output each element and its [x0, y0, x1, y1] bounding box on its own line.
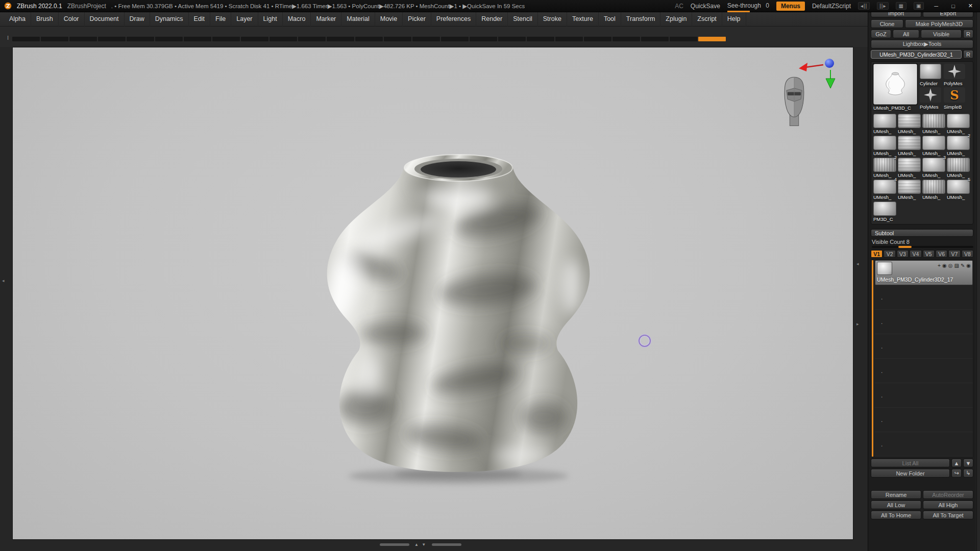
menus-toggle-button[interactable]: Menus	[776, 2, 805, 11]
tab-segment[interactable]	[527, 37, 554, 41]
default-zscript-button[interactable]: DefaultZScript	[812, 3, 851, 10]
visible-count-track[interactable]	[872, 246, 973, 248]
menu-item-movie[interactable]: Movie	[375, 12, 403, 27]
uv-shade-icon[interactable]: ▨	[954, 263, 959, 269]
tool-thumbnail[interactable]: UMesh_	[898, 180, 921, 200]
camera-head-widget[interactable]	[781, 76, 807, 129]
scrollbar-left-handle[interactable]	[380, 543, 409, 546]
menu-item-preferences[interactable]: Preferences	[431, 12, 476, 27]
tab-segment[interactable]	[355, 37, 383, 41]
menu-item-alpha[interactable]: Alpha	[4, 12, 31, 27]
tab-segment[interactable]	[98, 37, 126, 41]
tool-thumbnail[interactable]: 3UMesh_	[922, 158, 945, 178]
current-tool-name[interactable]: UMesh_PM3D_Cylinder3D2_1	[871, 50, 962, 59]
menu-item-help[interactable]: Help	[722, 12, 746, 27]
tab-segment[interactable]	[41, 37, 68, 41]
transform-icon[interactable]: +	[938, 263, 941, 269]
subtool-item-selected[interactable]: +◉◎▨✎◉ UMesh_PM3D_Cylinder3D2_17	[875, 260, 973, 285]
menu-item-render[interactable]: Render	[476, 12, 508, 27]
canvas-scroll-right-upper-icon[interactable]: ◂	[856, 261, 859, 266]
tab-segment[interactable]	[498, 37, 526, 41]
autoreorder-button[interactable]: AutoReorder	[923, 490, 973, 499]
tool-thumbnail[interactable]: UMesh_	[922, 180, 945, 200]
tool-thumbnail[interactable]: UMesh_	[922, 114, 945, 134]
subtool-empty-slot[interactable]: .	[875, 383, 973, 408]
current-tool-r-button[interactable]: R	[963, 50, 973, 59]
tool-thumbnail[interactable]: UMesh_	[898, 136, 921, 156]
tab-segment[interactable]	[327, 37, 354, 41]
list-all-button[interactable]: List All	[871, 459, 950, 467]
panel-scrollbar[interactable]	[976, 12, 980, 551]
all-to-target-button[interactable]: All To Target	[923, 511, 973, 519]
menu-item-layer[interactable]: Layer	[231, 12, 258, 27]
tool-thumbnail[interactable]: UMesh_	[898, 114, 921, 134]
screen-grid-icon[interactable]: ▦	[896, 2, 906, 10]
subtool-empty-slot[interactable]: .	[875, 432, 973, 457]
timeline-back-icon[interactable]: ◂||	[858, 2, 870, 10]
subtool-tab-v8[interactable]: V8	[962, 250, 973, 258]
scrollbar-right-handle[interactable]	[432, 543, 461, 546]
tool-thumbnail[interactable]: 4UMesh_	[873, 180, 896, 200]
menu-item-stroke[interactable]: Stroke	[538, 12, 567, 27]
subtool-tab-v1[interactable]: V1	[871, 250, 883, 258]
goz-button[interactable]: GoZ	[871, 30, 891, 38]
canvas-scroll-left-icon[interactable]: ◂	[2, 278, 5, 283]
tool-thumbnail-star[interactable]	[920, 87, 941, 103]
tab-segment[interactable]	[441, 37, 469, 41]
tab-segment[interactable]	[612, 37, 640, 41]
rename-button[interactable]: Rename	[871, 490, 921, 499]
canvas-3d-viewport[interactable]	[12, 47, 853, 540]
tool-thumbnail[interactable]: 2UMesh_	[873, 158, 896, 178]
menu-item-edit[interactable]: Edit	[189, 12, 211, 27]
menu-item-transform[interactable]: Transform	[621, 12, 661, 27]
subtool-empty-slot[interactable]: .	[875, 310, 973, 334]
tool-thumbnail[interactable]: UMesh_	[947, 114, 970, 134]
subtool-move-up-button[interactable]: ▲	[951, 459, 962, 467]
menu-item-picker[interactable]: Picker	[403, 12, 431, 27]
tab-segment[interactable]	[470, 37, 497, 41]
tool-thumbnail[interactable]: 5UMesh_	[947, 180, 970, 200]
visibility-eye-icon[interactable]: ◎	[948, 263, 953, 269]
all-to-home-button[interactable]: All To Home	[871, 511, 921, 519]
new-folder-button[interactable]: New Folder	[871, 469, 950, 478]
see-through-slider[interactable]: See-through 0	[727, 2, 769, 10]
import-button[interactable]: Import	[871, 12, 921, 17]
y-axis-cone[interactable]	[826, 79, 835, 88]
folder-action-icon[interactable]: ↪	[951, 469, 962, 478]
tab-segment[interactable]	[298, 37, 326, 41]
tab-segment[interactable]	[12, 37, 40, 41]
subtool-move-down-button[interactable]: ▼	[963, 459, 973, 467]
goz-visible-button[interactable]: Visible	[921, 30, 962, 38]
all-high-button[interactable]: All High	[923, 500, 973, 509]
menu-item-light[interactable]: Light	[258, 12, 283, 27]
subtool-empty-slot[interactable]: .	[875, 359, 973, 383]
minimize-button[interactable]: ─	[931, 3, 941, 10]
subtool-item-thumbnail[interactable]	[877, 262, 892, 275]
goz-r-button[interactable]: R	[963, 30, 973, 38]
menu-item-material[interactable]: Material	[341, 12, 375, 27]
canvas-scroll-right-lower-icon[interactable]: ▸	[856, 321, 859, 327]
tab-segment[interactable]	[241, 37, 268, 41]
tab-segment[interactable]	[584, 37, 611, 41]
tool-thumbnail[interactable]: UMesh_	[873, 114, 896, 134]
subtool-tab-v5[interactable]: V5	[923, 250, 935, 258]
tab-segment[interactable]	[184, 37, 211, 41]
tool-thumbnail-sbrush[interactable]: S	[944, 87, 965, 103]
tool-thumbnail-star[interactable]	[944, 64, 965, 79]
quicksave-button[interactable]: QuickSave	[691, 3, 720, 10]
lightbox-tools-button[interactable]: Lightbox▶Tools	[871, 40, 973, 48]
menu-item-document[interactable]: Document	[85, 12, 125, 27]
menu-item-tool[interactable]: Tool	[599, 12, 621, 27]
tab-segment[interactable]	[155, 37, 183, 41]
z-axis-sphere[interactable]	[825, 59, 834, 68]
tab-segment[interactable]	[670, 37, 697, 41]
canvas-bottom-scrollbar[interactable]: ▲ ▼	[380, 542, 461, 547]
menu-item-dynamics[interactable]: Dynamics	[150, 12, 189, 27]
x-axis-cone[interactable]	[799, 63, 807, 71]
menu-item-brush[interactable]: Brush	[31, 12, 59, 27]
menu-item-file[interactable]: File	[210, 12, 231, 27]
scroll-up-icon[interactable]: ▲	[414, 542, 420, 547]
tool-thumbnail[interactable]: UMesh_	[898, 158, 921, 178]
tab-segment[interactable]	[69, 37, 97, 41]
subtool-tab-v2[interactable]: V2	[884, 250, 895, 258]
